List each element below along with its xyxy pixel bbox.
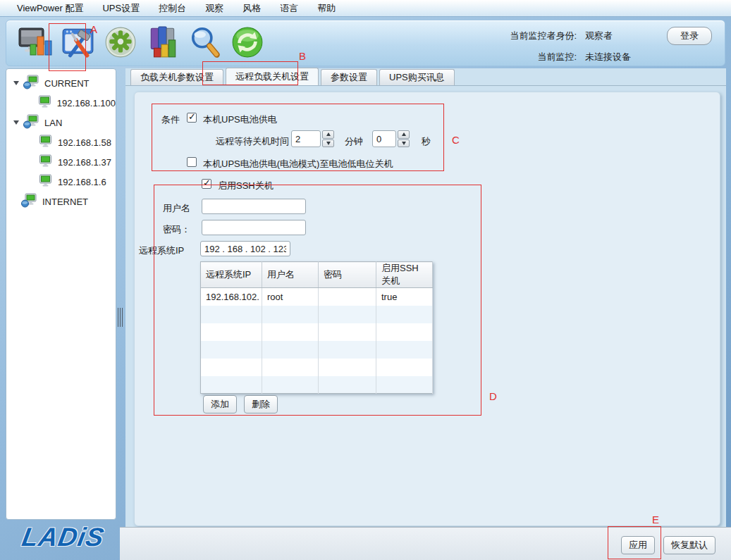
table-cell[interactable]	[319, 288, 376, 306]
password-input[interactable]	[202, 220, 306, 235]
menu-style[interactable]: 风格	[242, 2, 261, 15]
table-cell[interactable]	[201, 359, 262, 376]
column-header[interactable]: 远程系统IP	[201, 262, 262, 288]
apply-button[interactable]: 应用	[621, 536, 655, 554]
table-cell[interactable]	[376, 376, 433, 394]
sidebar-splitter-handle[interactable]	[117, 308, 123, 327]
table-cell[interactable]	[319, 323, 376, 341]
table-cell[interactable]	[319, 376, 376, 394]
monitor-view-button[interactable]	[18, 26, 54, 61]
tree-node-lan[interactable]: LAN	[6, 113, 116, 132]
magnifier-icon	[188, 25, 223, 62]
table-cell[interactable]	[201, 376, 262, 394]
table-row[interactable]	[201, 341, 433, 359]
spin-up-button[interactable]	[322, 130, 334, 139]
table-cell[interactable]	[376, 323, 433, 341]
remote-ip-input[interactable]	[200, 241, 290, 256]
table-row[interactable]: 192.168.102. root true	[201, 288, 433, 306]
login-button[interactable]: 登录	[667, 27, 712, 45]
tab-load-shutdown-params[interactable]: 负载关机参数设置	[130, 69, 223, 85]
table-cell[interactable]: 192.168.102.	[201, 288, 262, 306]
enable-ssh-label: 启用SSH关机	[218, 180, 274, 192]
tree-node-label: CURRENT	[44, 78, 90, 89]
tree-node-internet[interactable]: INTERNET	[6, 192, 116, 211]
menu-console[interactable]: 控制台	[159, 2, 186, 15]
menu-viewpower-config[interactable]: ViewPower 配置	[17, 2, 83, 15]
menu-help[interactable]: 帮助	[317, 2, 336, 15]
wait-seconds-input[interactable]	[372, 130, 396, 147]
role-label: 当前监控者身份:	[510, 30, 577, 42]
table-cell[interactable]	[262, 341, 319, 359]
device-config-button[interactable]	[60, 26, 97, 61]
ssh-targets-table: 远程系统IP 用户名 密码 启用SSH关机 192.168.102. root …	[200, 261, 433, 394]
table-cell[interactable]	[319, 306, 376, 323]
tree-node-device[interactable]: 192.168.1.100	[6, 93, 116, 113]
spin-down-button[interactable]	[398, 139, 410, 148]
table-cell[interactable]	[201, 323, 262, 341]
table-cell[interactable]	[262, 323, 319, 341]
wait-time-label: 远程等待关机时间	[216, 135, 289, 148]
table-row[interactable]	[201, 306, 433, 323]
tree-node-device[interactable]: 192.168.1.37	[6, 152, 116, 172]
table-cell[interactable]	[319, 359, 376, 376]
table-cell[interactable]	[201, 306, 262, 323]
table-row[interactable]	[201, 323, 433, 341]
expand-arrow-icon[interactable]	[13, 120, 19, 125]
column-header[interactable]: 启用SSH关机	[376, 262, 433, 288]
enable-ssh-checkbox[interactable]	[202, 179, 211, 189]
table-cell[interactable]: root	[262, 288, 319, 306]
low-battery-shutdown-checkbox[interactable]	[187, 157, 197, 167]
low-battery-shutdown-label: 本机UPS电池供电(电池模式)至电池低电位关机	[203, 158, 393, 170]
table-row[interactable]	[201, 359, 433, 376]
wait-minutes-spinner	[322, 130, 334, 147]
wait-minutes-input[interactable]	[291, 130, 321, 147]
table-cell[interactable]	[376, 341, 433, 359]
seconds-unit-label: 秒	[422, 135, 431, 148]
refresh-button[interactable]	[229, 26, 266, 61]
menu-view[interactable]: 观察	[205, 2, 223, 15]
config-tools-icon	[61, 25, 96, 62]
column-header[interactable]: 用户名	[262, 262, 319, 288]
table-cell[interactable]	[262, 306, 319, 323]
table-row[interactable]	[201, 376, 433, 394]
tree-node-device[interactable]: 192.168.1.58	[6, 132, 116, 152]
menu-ups-settings[interactable]: UPS设置	[102, 2, 140, 15]
table-cell[interactable]	[262, 376, 319, 394]
condition-label: 条件	[161, 113, 180, 126]
refresh-icon	[231, 25, 264, 62]
monitor-label: 当前监控:	[510, 51, 577, 63]
network-group-icon	[23, 75, 39, 92]
search-button[interactable]	[187, 26, 223, 61]
report-books-button[interactable]	[145, 26, 181, 61]
device-tree-panel: CURRENT 192.168.1.100	[6, 68, 116, 520]
device-monitor-icon	[39, 174, 53, 190]
table-cell[interactable]	[201, 341, 262, 359]
expand-arrow-icon[interactable]	[13, 81, 19, 85]
table-cell[interactable]	[319, 341, 376, 359]
add-button[interactable]: 添加	[203, 395, 237, 413]
device-monitor-icon	[39, 154, 53, 170]
remote-ip-label: 远程系统IP	[139, 244, 184, 257]
tab-ups-purchase-info[interactable]: UPS购买讯息	[379, 69, 455, 85]
tab-remote-load-shutdown[interactable]: 远程负载关机设置	[226, 68, 319, 85]
table-cell[interactable]	[376, 359, 433, 376]
restore-default-button[interactable]: 恢复默认	[663, 536, 715, 554]
username-input[interactable]	[202, 199, 306, 214]
delete-button[interactable]: 删除	[244, 395, 278, 413]
settings-gear-button[interactable]	[102, 26, 139, 61]
column-header[interactable]: 密码	[319, 262, 376, 288]
tree-node-label: LAN	[44, 118, 62, 128]
table-cell[interactable]	[262, 359, 319, 376]
menu-language[interactable]: 语言	[280, 2, 298, 15]
spin-up-button[interactable]	[398, 130, 410, 139]
monitor-value: 未连接设备	[585, 51, 658, 63]
tab-parameter-settings[interactable]: 参数设置	[321, 69, 377, 85]
table-cell[interactable]	[376, 306, 433, 323]
battery-power-checkbox[interactable]	[187, 113, 197, 123]
spin-down-button[interactable]	[322, 139, 334, 148]
tree-node-device[interactable]: 192.168.1.6	[6, 172, 116, 192]
monitor-chart-icon	[18, 25, 54, 62]
tree-node-current[interactable]: CURRENT	[6, 73, 116, 93]
tree-node-label: 192.168.1.37	[58, 157, 111, 168]
table-cell[interactable]: true	[376, 288, 433, 306]
